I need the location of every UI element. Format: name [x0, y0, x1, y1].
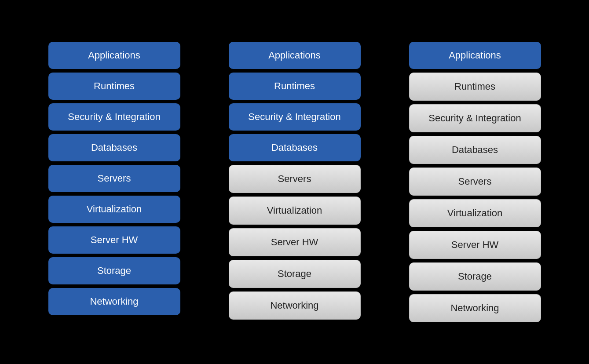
- columns-container: ApplicationsRuntimesSecurity & Integrati…: [48, 42, 541, 322]
- stack-item-3-2[interactable]: Runtimes: [409, 73, 541, 101]
- stack-item-2-3[interactable]: Security & Integration: [229, 103, 361, 131]
- stack-item-3-9[interactable]: Networking: [409, 294, 541, 322]
- stack-item-3-8[interactable]: Storage: [409, 262, 541, 291]
- stack-item-3-6[interactable]: Virtualization: [409, 199, 541, 227]
- stack-item-2-5[interactable]: Servers: [229, 165, 361, 193]
- stack-item-2-6[interactable]: Virtualization: [229, 197, 361, 225]
- stack-item-3-5[interactable]: Servers: [409, 167, 541, 196]
- stack-item-2-9[interactable]: Networking: [229, 291, 361, 320]
- stack-item-2-4[interactable]: Databases: [229, 134, 361, 161]
- stack-item-1-1[interactable]: Applications: [48, 42, 180, 69]
- stack-item-3-4[interactable]: Databases: [409, 136, 541, 164]
- stack-item-1-9[interactable]: Networking: [48, 288, 180, 315]
- stack-item-2-8[interactable]: Storage: [229, 260, 361, 288]
- stack-column-1: ApplicationsRuntimesSecurity & Integrati…: [48, 42, 180, 315]
- stack-column-2: ApplicationsRuntimesSecurity & Integrati…: [229, 42, 361, 320]
- stack-item-1-7[interactable]: Server HW: [48, 226, 180, 254]
- stack-item-2-7[interactable]: Server HW: [229, 228, 361, 256]
- stack-item-2-1[interactable]: Applications: [229, 42, 361, 69]
- stack-item-1-6[interactable]: Virtualization: [48, 196, 180, 223]
- stack-item-1-4[interactable]: Databases: [48, 134, 180, 161]
- stack-item-1-3[interactable]: Security & Integration: [48, 103, 180, 131]
- stack-column-3: ApplicationsRuntimesSecurity & Integrati…: [409, 42, 541, 322]
- stack-item-1-5[interactable]: Servers: [48, 165, 180, 192]
- stack-item-3-7[interactable]: Server HW: [409, 231, 541, 259]
- stack-item-3-1[interactable]: Applications: [409, 42, 541, 69]
- stack-item-1-2[interactable]: Runtimes: [48, 73, 180, 100]
- stack-item-2-2[interactable]: Runtimes: [229, 73, 361, 100]
- stack-item-1-8[interactable]: Storage: [48, 257, 180, 284]
- stack-item-3-3[interactable]: Security & Integration: [409, 104, 541, 132]
